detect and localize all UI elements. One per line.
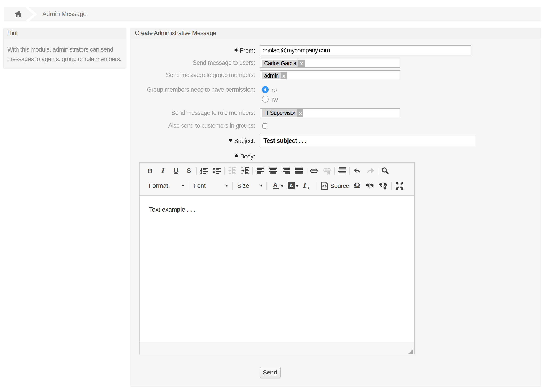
svg-text:I: I	[303, 182, 306, 189]
svg-text:x: x	[307, 186, 310, 190]
svg-text:1: 1	[201, 167, 202, 171]
svg-text:A: A	[289, 183, 293, 189]
svg-text:2: 2	[200, 170, 202, 174]
svg-text:A: A	[273, 182, 277, 189]
